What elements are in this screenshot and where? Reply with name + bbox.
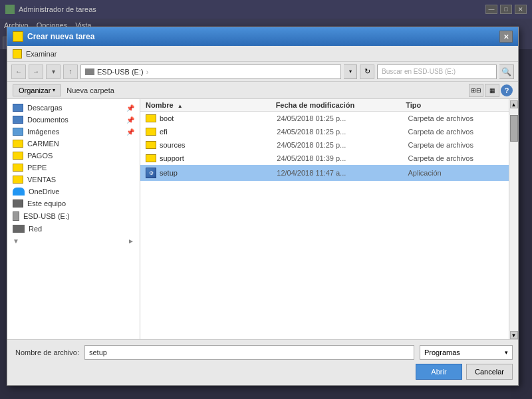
organize-btn[interactable]: Organizar ▾ bbox=[13, 84, 61, 96]
scroll-up-btn[interactable]: ▲ bbox=[510, 100, 518, 108]
efi-date: 24/05/2018 01:25 p... bbox=[277, 128, 404, 136]
file-item-setup[interactable]: ⚙ setup 12/04/2018 11:47 a... Aplicación bbox=[140, 165, 509, 181]
taskmanager-close-btn[interactable]: ✕ bbox=[515, 5, 527, 14]
pagos-label: PAGOS bbox=[27, 152, 53, 160]
refresh-btn[interactable]: ↻ bbox=[360, 65, 374, 79]
sidebar-item-onedrive[interactable]: OneDrive bbox=[7, 186, 140, 198]
col-header-type[interactable]: Tipo bbox=[406, 101, 503, 109]
sidebar-item-red[interactable]: Red bbox=[7, 223, 140, 235]
taskmanager-controls: — □ ✕ bbox=[485, 5, 527, 14]
view-details-btn[interactable]: ⊞⊟ bbox=[469, 84, 483, 97]
efi-type: Carpeta de archivos bbox=[408, 128, 503, 136]
examinar-label: Examinar bbox=[26, 50, 57, 58]
view-grid-btn[interactable]: ▦ bbox=[485, 84, 499, 97]
address-bar[interactable]: ESD-USB (E:) › bbox=[80, 65, 341, 79]
sidebar-item-descargas[interactable]: Descargas 📌 bbox=[7, 102, 140, 114]
imagenes-label: Imágenes bbox=[27, 128, 59, 136]
filename-input[interactable] bbox=[84, 345, 414, 360]
filetype-label: Programas bbox=[424, 348, 460, 356]
taskmanager-maximize-btn[interactable]: □ bbox=[500, 5, 512, 14]
col-header-date[interactable]: Fecha de modificación bbox=[276, 101, 406, 109]
pepe-label: PEPE bbox=[27, 164, 47, 172]
documentos-icon bbox=[13, 116, 23, 124]
pagos-icon bbox=[13, 152, 23, 160]
sidebar-item-carmen[interactable]: CARMEN bbox=[7, 138, 140, 150]
main-content: Descargas 📌 Documentos 📌 Imágenes 📌 CARM… bbox=[7, 99, 518, 339]
carmen-label: CARMEN bbox=[27, 140, 59, 148]
descargas-label: Descargas bbox=[27, 104, 63, 112]
taskmanager-minimize-btn[interactable]: — bbox=[485, 5, 497, 14]
file-item-boot[interactable]: boot 24/05/2018 01:25 p... Carpeta de ar… bbox=[140, 112, 509, 125]
onedrive-icon bbox=[13, 188, 25, 196]
organize-label: Organizar bbox=[19, 86, 51, 94]
nav-back-btn[interactable]: ← bbox=[11, 65, 26, 79]
search-bar[interactable]: Buscar en ESD-USB (E:) bbox=[377, 65, 497, 79]
onedrive-label: OneDrive bbox=[29, 188, 59, 196]
sidebar-item-documentos[interactable]: Documentos 📌 bbox=[7, 114, 140, 126]
scroll-down-btn[interactable]: ▼ bbox=[510, 331, 518, 339]
sources-label: sources bbox=[160, 141, 186, 149]
sidebar-item-imagenes[interactable]: Imágenes 📌 bbox=[7, 126, 140, 138]
pepe-icon bbox=[13, 164, 23, 172]
support-label: support bbox=[160, 154, 184, 162]
boot-label: boot bbox=[160, 114, 174, 122]
efi-name-col: efi bbox=[146, 128, 273, 136]
nav-bar: ← → ▾ ↑ ESD-USB (E:) › ▾ ↻ Buscar en ESD… bbox=[7, 62, 518, 82]
organize-chevron: ▾ bbox=[53, 87, 55, 93]
sources-folder-icon bbox=[146, 141, 156, 149]
taskmanager-titlebar: Administrador de tareas — □ ✕ bbox=[0, 0, 532, 19]
support-date: 24/05/2018 01:39 p... bbox=[277, 154, 404, 162]
dialog-title: Crear nueva tarea bbox=[27, 32, 94, 41]
support-type: Carpeta de archivos bbox=[408, 154, 503, 162]
sources-date: 24/05/2018 01:25 p... bbox=[277, 141, 404, 149]
este-equipo-label: Este equipo bbox=[27, 200, 66, 207]
scroll-thumb[interactable] bbox=[510, 115, 518, 142]
search-placeholder: Buscar en ESD-USB (E:) bbox=[382, 68, 456, 75]
documentos-label: Documentos bbox=[27, 116, 68, 124]
file-list-container: Nombre ▲ Fecha de modificación Tipo boot… bbox=[140, 99, 509, 339]
sidebar-item-ventas[interactable]: VENTAS bbox=[7, 174, 140, 186]
dialog-bottom: Nombre de archivo: Programas ▾ Abrir Can… bbox=[7, 339, 518, 385]
sidebar-scroll-right[interactable]: ► bbox=[128, 237, 134, 245]
name-sort-arrow: ▲ bbox=[178, 103, 183, 109]
boot-name-col: boot bbox=[146, 114, 273, 122]
file-item-efi[interactable]: efi 24/05/2018 01:25 p... Carpeta de arc… bbox=[140, 125, 509, 138]
network-icon bbox=[13, 225, 25, 233]
taskmanager-icon bbox=[5, 5, 15, 14]
ventas-label: VENTAS bbox=[27, 176, 56, 184]
usb-icon bbox=[13, 211, 19, 221]
search-btn[interactable]: 🔍 bbox=[499, 65, 514, 79]
setup-label: setup bbox=[160, 169, 178, 177]
filetype-dropdown[interactable]: Programas ▾ bbox=[420, 345, 513, 360]
sidebar-scroll-down[interactable]: ▼ bbox=[13, 237, 19, 245]
col-header-name[interactable]: Nombre ▲ bbox=[146, 101, 276, 109]
sidebar-item-esd-usb[interactable]: ESD-USB (E:) bbox=[7, 209, 140, 223]
sidebar-item-pagos[interactable]: PAGOS bbox=[7, 150, 140, 162]
ventas-icon bbox=[13, 176, 23, 184]
sidebar-item-este-equipo[interactable]: Este equipo bbox=[7, 198, 140, 209]
dialog-minimize-btn[interactable]: ✕ bbox=[499, 31, 513, 43]
address-dropdown-btn[interactable]: ▾ bbox=[344, 65, 357, 79]
help-btn[interactable]: ? bbox=[501, 84, 513, 96]
open-btn[interactable]: Abrir bbox=[416, 364, 462, 380]
new-folder-btn[interactable]: Nueva carpeta bbox=[66, 86, 114, 94]
sidebar-item-pepe[interactable]: PEPE bbox=[7, 162, 140, 174]
file-item-sources[interactable]: sources 24/05/2018 01:25 p... Carpeta de… bbox=[140, 138, 509, 152]
computer-icon bbox=[13, 200, 23, 207]
setup-app-icon: ⚙ bbox=[146, 168, 156, 178]
dialog-titlebar: Crear nueva tarea ✕ bbox=[7, 27, 518, 46]
nav-up-btn[interactable]: ↑ bbox=[63, 65, 78, 79]
nav-dropdown-btn[interactable]: ▾ bbox=[46, 65, 61, 79]
cancel-btn[interactable]: Cancelar bbox=[466, 364, 513, 380]
open-file-dialog: Crear nueva tarea ✕ Examinar ← → ▾ ↑ ESD… bbox=[7, 27, 519, 386]
file-item-support[interactable]: support 24/05/2018 01:39 p... Carpeta de… bbox=[140, 152, 509, 165]
pin-icon-imagenes: 📌 bbox=[126, 128, 134, 136]
setup-type: Aplicación bbox=[408, 169, 503, 177]
nav-forward-btn[interactable]: → bbox=[29, 65, 43, 79]
efi-label: efi bbox=[160, 128, 168, 136]
sources-name-col: sources bbox=[146, 141, 273, 149]
support-name-col: support bbox=[146, 154, 273, 162]
vertical-scrollbar[interactable]: ▲ ▼ bbox=[509, 99, 518, 339]
setup-name-col: ⚙ setup bbox=[146, 168, 273, 178]
boot-type: Carpeta de archivos bbox=[408, 114, 503, 122]
